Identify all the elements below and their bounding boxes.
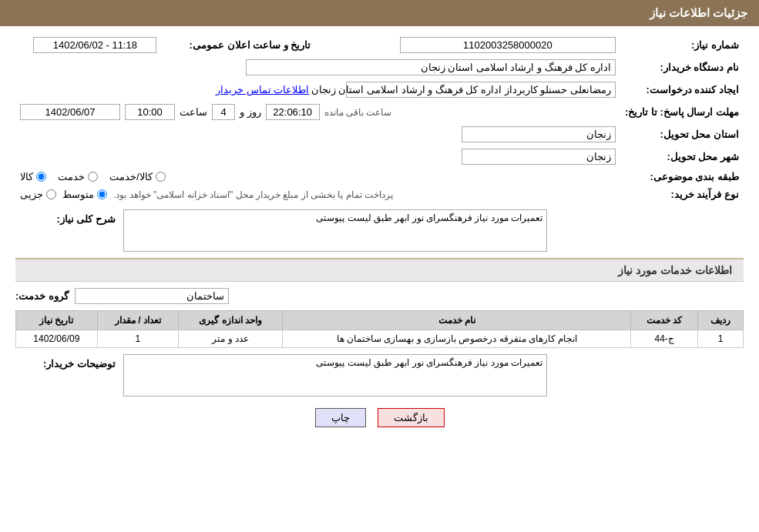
row-deadline: مهلت ارسال پاسخ: تا تاریخ: ساعت باقی مان… [15,101,744,123]
city-value: زنجان [462,149,616,165]
row-organization: نام دستگاه خریدار: اداره کل فرهنگ و ارشا… [15,56,744,79]
contact-link[interactable]: اطلاعات تماس خریدار [216,84,309,95]
org-label: نام دستگاه خریدار: [620,56,744,79]
need-desc-label: شرح کلی نیاز: [15,209,116,225]
page-header: جزئیات اطلاعات نیاز [0,0,759,26]
buyer-notes-label: توضیحات خریدار: [15,354,116,370]
purchase-type-label: نوع فرآیند خرید: [620,186,744,203]
need-desc-section: تعمیرات مورد نیاز فرهنگسرای نور ابهر طبق… [15,209,744,252]
cell-quantity: 1 [97,330,179,348]
category-option-khadamat[interactable]: خدمت [58,171,98,182]
creator-value: رمضانعلی حسنلو کاربرداز اداره کل فرهنگ و… [346,82,616,98]
remaining-label: ساعت باقی مانده [324,107,392,118]
back-button[interactable]: بازگشت [378,408,445,427]
cell-unit: عدد و متر [179,330,283,348]
col-quantity: تعداد / مقدار [97,311,179,330]
table-row: 1 ج-44 انجام کارهای متفرقه درخصوص بازساز… [16,330,744,348]
row-creator: ایجاد کننده درخواست: رمضانعلی حسنلو کارب… [15,79,744,101]
need-number-label: شماره نیاز: [620,34,744,56]
purchase-type-partial[interactable]: جزیی [20,189,56,200]
need-desc-textarea[interactable]: تعمیرات مورد نیاز فرهنگسرای نور ابهر طبق… [123,209,547,252]
col-name: نام خدمت [283,311,631,330]
category-option-kala-khadamat[interactable]: کالا/خدمت [109,171,166,182]
info-table: شماره نیاز: 1102003258000020 تاریخ و ساع… [15,34,744,203]
button-row: بازگشت چاپ [15,408,744,427]
row-category: طبقه بندی موضوعی: کالا/خدمت خدمت کالا [15,168,744,186]
category-label: طبقه بندی موضوعی: [620,168,744,186]
days-value: 4 [212,104,235,120]
services-section-title: اطلاعات خدمات مورد نیاز [15,258,744,282]
deadline-label: مهلت ارسال پاسخ: تا تاریخ: [620,101,744,123]
category-option-kala[interactable]: کالا [20,171,46,182]
deadline-time: 10:00 [125,104,175,120]
need-number-value: 1102003258000020 [400,37,616,53]
days-label: روز و [240,106,261,118]
city-label: شهر محل تحویل: [620,146,744,168]
page-title: جزئیات اطلاعات نیاز [650,6,747,19]
print-button[interactable]: چاپ [315,408,366,427]
service-group-label: گروه خدمت: [15,290,69,302]
buyer-notes-textarea[interactable]: تعمیرات مورد نیاز فرهنگسرای نور ابهر طبق… [123,354,547,396]
service-group-row: ساختمان گروه خدمت: [15,288,744,304]
remaining-value: 22:06:10 [266,104,320,120]
row-province: استان محل تحویل: زنجان [15,123,744,146]
cell-code: ج-44 [631,330,698,348]
purchase-note: پرداخت تمام یا بخشی از مبلغ خریدار محل "… [113,189,393,200]
buyer-notes-section: تعمیرات مورد نیاز فرهنگسرای نور ابهر طبق… [15,354,744,396]
service-group-value: ساختمان [75,288,229,304]
announce-date-label: تاریخ و ساعت اعلان عمومی: [161,34,315,56]
deadline-date: 1402/06/07 [20,104,120,120]
col-code: کد خدمت [631,311,698,330]
cell-row: 1 [698,330,744,348]
province-label: استان محل تحویل: [620,123,744,146]
services-table: ردیف کد خدمت نام خدمت واحد اندازه گیری ت… [15,310,744,348]
row-need-number: شماره نیاز: 1102003258000020 تاریخ و ساع… [15,34,744,56]
cell-date: 1402/06/09 [16,330,98,348]
announce-date-value: 1402/06/02 - 11:18 [33,37,156,53]
org-value: اداره کل فرهنگ و ارشاد اسلامی استان زنجا… [246,59,616,75]
content-area: شماره نیاز: 1102003258000020 تاریخ و ساع… [0,26,759,443]
category-radio-group: کالا/خدمت خدمت کالا [20,171,616,182]
time-label: ساعت [180,106,207,118]
col-date: تاریخ نیاز [16,311,98,330]
page-wrapper: جزئیات اطلاعات نیاز شماره نیاز: 11020032… [0,0,759,532]
purchase-type-medium[interactable]: متوسط [62,189,107,200]
col-unit: واحد اندازه گیری [179,311,283,330]
col-row: ردیف [698,311,744,330]
row-purchase-type: نوع فرآیند خرید: پرداخت تمام یا بخشی از … [15,186,744,203]
row-city: شهر محل تحویل: زنجان [15,146,744,168]
services-table-header: ردیف کد خدمت نام خدمت واحد اندازه گیری ت… [16,311,744,330]
province-value: زنجان [462,126,616,142]
creator-label: ایجاد کننده درخواست: [620,79,744,101]
cell-name: انجام کارهای متفرقه درخصوص بازسازی و بهس… [283,330,631,348]
